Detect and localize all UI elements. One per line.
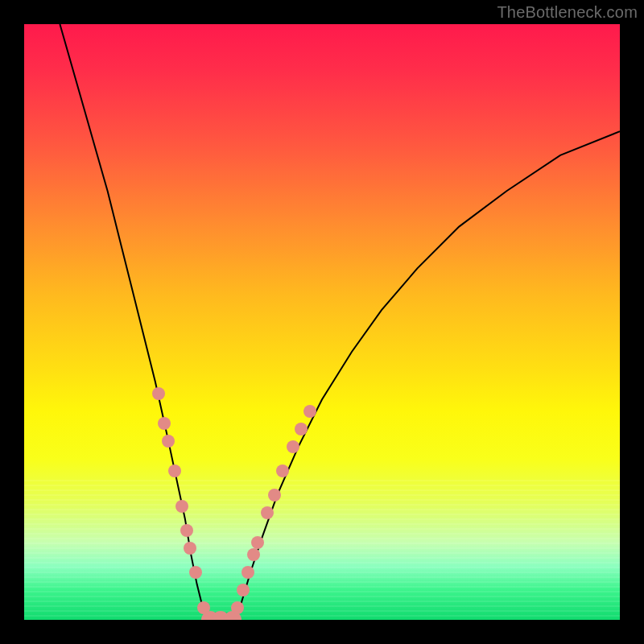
data-marker [231, 601, 244, 614]
data-marker [261, 506, 274, 519]
data-marker [189, 566, 202, 579]
data-marker [247, 548, 260, 561]
data-marker [184, 542, 196, 555]
data-marker [158, 417, 171, 430]
data-marker [268, 489, 281, 502]
bottleneck-curve [24, 24, 620, 620]
figure-root: TheBottleneck.com [0, 0, 644, 644]
data-marker [152, 387, 165, 400]
watermark-text: TheBottleneck.com [497, 3, 638, 22]
data-marker [251, 536, 264, 549]
data-marker [162, 435, 175, 448]
curve-path [60, 24, 620, 620]
data-marker [242, 566, 254, 579]
plot-area [24, 24, 620, 620]
data-marker [180, 524, 193, 537]
